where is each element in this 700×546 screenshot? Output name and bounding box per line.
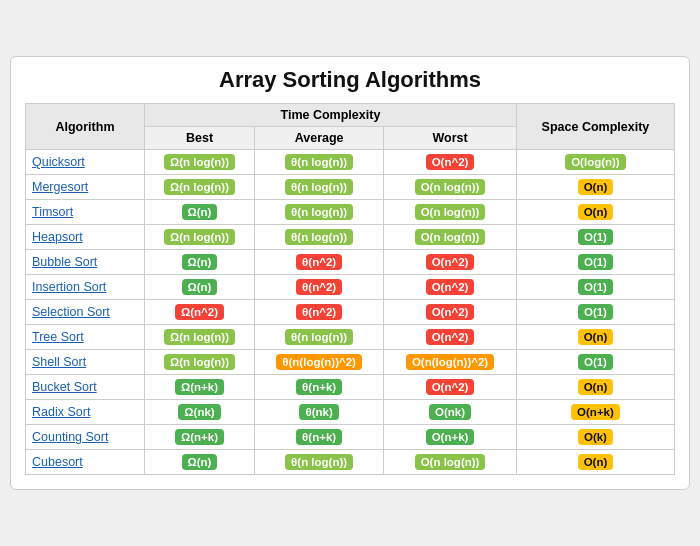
space-badge: O(n)	[578, 204, 614, 220]
worst-cell: O(n+k)	[384, 425, 517, 450]
best-header: Best	[144, 127, 254, 150]
best-cell: Ω(n log(n))	[144, 175, 254, 200]
worst-cell: O(n^2)	[384, 150, 517, 175]
average-cell: θ(n log(n))	[255, 325, 384, 350]
space-badge: O(n)	[578, 379, 614, 395]
algo-name-cell[interactable]: Timsort	[26, 200, 145, 225]
algo-name-cell[interactable]: Selection Sort	[26, 300, 145, 325]
average-cell: θ(n(log(n))^2)	[255, 350, 384, 375]
space-complexity-header: Space Complexity	[516, 104, 674, 150]
algorithm-header: Algorithm	[26, 104, 145, 150]
worst-cell: O(n(log(n))^2)	[384, 350, 517, 375]
average-cell: θ(n+k)	[255, 425, 384, 450]
space-badge: O(n)	[578, 179, 614, 195]
space-cell: O(n)	[516, 200, 674, 225]
space-cell: O(1)	[516, 275, 674, 300]
average-cell: θ(n log(n))	[255, 450, 384, 475]
worst-cell: O(n log(n))	[384, 450, 517, 475]
best-cell: Ω(n log(n))	[144, 350, 254, 375]
table-row: CubesortΩ(n)θ(n log(n))O(n log(n))O(n)	[26, 450, 675, 475]
average-badge: θ(n^2)	[296, 279, 342, 295]
best-cell: Ω(nk)	[144, 400, 254, 425]
space-badge: O(1)	[578, 229, 613, 245]
space-cell: O(1)	[516, 225, 674, 250]
best-cell: Ω(n+k)	[144, 375, 254, 400]
average-badge: θ(n(log(n))^2)	[276, 354, 362, 370]
table-row: MergesortΩ(n log(n))θ(n log(n))O(n log(n…	[26, 175, 675, 200]
average-badge: θ(n log(n))	[285, 229, 353, 245]
average-cell: θ(n^2)	[255, 250, 384, 275]
best-badge: Ω(n log(n))	[164, 329, 235, 345]
algo-name-cell[interactable]: Insertion Sort	[26, 275, 145, 300]
space-cell: O(1)	[516, 250, 674, 275]
algo-name-cell[interactable]: Bucket Sort	[26, 375, 145, 400]
worst-badge: O(n^2)	[426, 279, 475, 295]
algo-name-cell[interactable]: Tree Sort	[26, 325, 145, 350]
best-cell: Ω(n log(n))	[144, 150, 254, 175]
space-badge: O(n+k)	[571, 404, 620, 420]
space-cell: O(n)	[516, 375, 674, 400]
best-badge: Ω(nk)	[178, 404, 220, 420]
page-title: Array Sorting Algorithms	[25, 67, 675, 93]
worst-cell: O(nk)	[384, 400, 517, 425]
space-badge: O(1)	[578, 304, 613, 320]
table-row: QuicksortΩ(n log(n))θ(n log(n))O(n^2)O(l…	[26, 150, 675, 175]
algo-name-cell[interactable]: Quicksort	[26, 150, 145, 175]
average-badge: θ(n+k)	[296, 429, 342, 445]
best-badge: Ω(n log(n))	[164, 354, 235, 370]
sorting-table: Algorithm Time Complexity Space Complexi…	[25, 103, 675, 475]
worst-badge: O(n log(n))	[415, 179, 486, 195]
main-container: Array Sorting Algorithms Algorithm Time …	[10, 56, 690, 490]
worst-badge: O(n(log(n))^2)	[406, 354, 494, 370]
average-badge: θ(n log(n))	[285, 204, 353, 220]
best-badge: Ω(n+k)	[175, 379, 224, 395]
worst-cell: O(n log(n))	[384, 200, 517, 225]
algo-name-cell[interactable]: Counting Sort	[26, 425, 145, 450]
worst-badge: O(n^2)	[426, 254, 475, 270]
space-cell: O(1)	[516, 350, 674, 375]
average-badge: θ(n log(n))	[285, 454, 353, 470]
space-badge: O(log(n))	[565, 154, 626, 170]
algo-name-cell[interactable]: Cubesort	[26, 450, 145, 475]
best-badge: Ω(n log(n))	[164, 179, 235, 195]
space-badge: O(n)	[578, 454, 614, 470]
worst-time-header: Worst	[384, 127, 517, 150]
algo-name-cell[interactable]: Shell Sort	[26, 350, 145, 375]
table-row: TimsortΩ(n)θ(n log(n))O(n log(n))O(n)	[26, 200, 675, 225]
average-cell: θ(n+k)	[255, 375, 384, 400]
average-header: Average	[255, 127, 384, 150]
table-row: Counting SortΩ(n+k)θ(n+k)O(n+k)O(k)	[26, 425, 675, 450]
best-badge: Ω(n+k)	[175, 429, 224, 445]
space-cell: O(n)	[516, 450, 674, 475]
average-cell: θ(n log(n))	[255, 150, 384, 175]
worst-cell: O(n^2)	[384, 250, 517, 275]
table-row: HeapsortΩ(n log(n))θ(n log(n))O(n log(n)…	[26, 225, 675, 250]
best-cell: Ω(n^2)	[144, 300, 254, 325]
table-row: Tree SortΩ(n log(n))θ(n log(n))O(n^2)O(n…	[26, 325, 675, 350]
table-row: Radix SortΩ(nk)θ(nk)O(nk)O(n+k)	[26, 400, 675, 425]
average-badge: θ(n^2)	[296, 304, 342, 320]
table-row: Bucket SortΩ(n+k)θ(n+k)O(n^2)O(n)	[26, 375, 675, 400]
best-cell: Ω(n+k)	[144, 425, 254, 450]
table-row: Insertion SortΩ(n)θ(n^2)O(n^2)O(1)	[26, 275, 675, 300]
algo-name-cell[interactable]: Heapsort	[26, 225, 145, 250]
space-cell: O(n)	[516, 325, 674, 350]
worst-cell: O(n^2)	[384, 375, 517, 400]
average-badge: θ(n log(n))	[285, 154, 353, 170]
average-cell: θ(n log(n))	[255, 200, 384, 225]
space-cell: O(n)	[516, 175, 674, 200]
average-cell: θ(n log(n))	[255, 175, 384, 200]
average-badge: θ(nk)	[299, 404, 338, 420]
worst-badge: O(nk)	[429, 404, 471, 420]
best-cell: Ω(n)	[144, 200, 254, 225]
average-badge: θ(n log(n))	[285, 329, 353, 345]
algo-name-cell[interactable]: Bubble Sort	[26, 250, 145, 275]
worst-badge: O(n log(n))	[415, 454, 486, 470]
worst-badge: O(n log(n))	[415, 229, 486, 245]
algo-name-cell[interactable]: Radix Sort	[26, 400, 145, 425]
average-cell: θ(nk)	[255, 400, 384, 425]
algo-name-cell[interactable]: Mergesort	[26, 175, 145, 200]
best-badge: Ω(n^2)	[175, 304, 224, 320]
best-badge: Ω(n)	[182, 454, 218, 470]
average-badge: θ(n+k)	[296, 379, 342, 395]
